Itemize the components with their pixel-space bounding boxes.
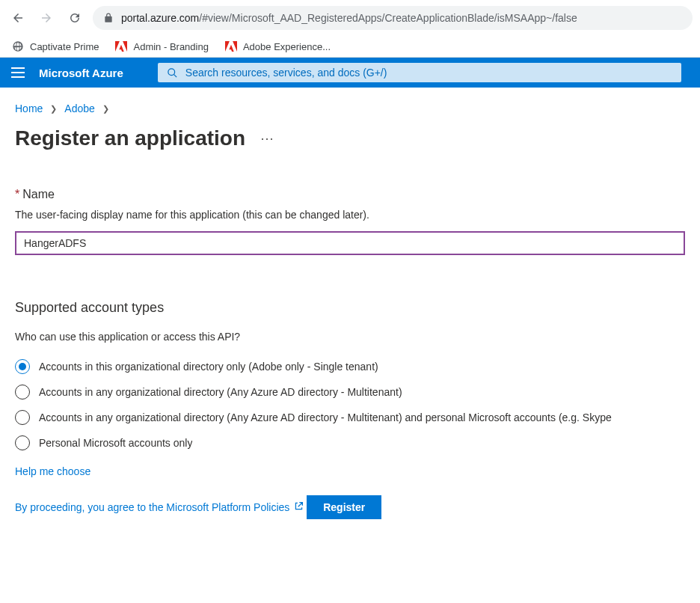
azure-header: Microsoft Azure	[0, 58, 700, 88]
name-label: *Name	[15, 188, 685, 201]
globe-icon	[12, 40, 24, 52]
breadcrumb-adobe[interactable]: Adobe	[64, 102, 94, 114]
bookmarks-bar: Captivate Prime Admin - Branding Adobe E…	[0, 36, 700, 58]
search-input[interactable]	[185, 67, 672, 79]
bookmark-label: Adobe Experience...	[243, 41, 331, 52]
bookmark-captivate[interactable]: Captivate Prime	[12, 40, 99, 52]
page-title: Register an application	[15, 126, 245, 150]
main-content: Home ❯ Adobe ❯ Register an application ⋯…	[0, 88, 700, 551]
adobe-icon	[115, 41, 127, 52]
back-button[interactable]	[7, 7, 28, 28]
breadcrumb: Home ❯ Adobe ❯	[15, 102, 685, 114]
radio-multitenant[interactable]: Accounts in any organizational directory…	[15, 385, 685, 400]
name-input[interactable]	[15, 231, 685, 255]
platform-policies-link[interactable]: By proceeding, you agree to the Microsof…	[15, 501, 304, 513]
svg-line-4	[174, 74, 176, 77]
radio-label: Accounts in any organizational directory…	[39, 411, 612, 423]
radio-indicator	[15, 435, 30, 450]
chevron-right-icon: ❯	[50, 104, 57, 114]
address-bar[interactable]: portal.azure.com/#view/Microsoft_AAD_Reg…	[93, 6, 693, 30]
menu-button[interactable]	[9, 64, 27, 82]
reload-button[interactable]	[64, 7, 85, 28]
hamburger-icon	[11, 67, 25, 78]
radio-indicator	[15, 359, 30, 374]
account-type-radio-group: Accounts in this organizational director…	[15, 359, 685, 450]
lock-icon	[103, 13, 114, 23]
register-button[interactable]: Register	[307, 495, 381, 519]
svg-rect-2	[11, 76, 25, 78]
radio-indicator	[15, 410, 30, 425]
adobe-icon	[225, 41, 237, 52]
search-box[interactable]	[158, 63, 681, 82]
arrow-right-icon	[40, 11, 53, 25]
radio-label: Accounts in this organizational director…	[39, 361, 378, 373]
arrow-left-icon	[11, 11, 25, 25]
radio-single-tenant[interactable]: Accounts in this organizational director…	[15, 359, 685, 374]
radio-label: Personal Microsoft accounts only	[39, 437, 192, 449]
account-types-subheading: Who can use this application or access t…	[15, 331, 685, 343]
required-indicator: *	[15, 188, 19, 201]
more-button[interactable]: ⋯	[260, 130, 275, 147]
reload-icon	[68, 11, 82, 25]
radio-personal-only[interactable]: Personal Microsoft accounts only	[15, 435, 685, 450]
forward-button[interactable]	[36, 7, 57, 28]
help-me-choose-link[interactable]: Help me choose	[15, 465, 90, 477]
radio-indicator	[15, 385, 30, 400]
svg-rect-1	[11, 72, 25, 73]
bookmark-admin-branding[interactable]: Admin - Branding	[115, 41, 208, 52]
svg-point-3	[168, 68, 175, 75]
name-help-text: The user-facing display name for this ap…	[15, 209, 685, 221]
browser-nav-bar: portal.azure.com/#view/Microsoft_AAD_Reg…	[0, 0, 700, 36]
svg-rect-0	[11, 67, 25, 69]
radio-multitenant-personal[interactable]: Accounts in any organizational directory…	[15, 410, 685, 425]
bookmark-adobe-experience[interactable]: Adobe Experience...	[225, 41, 331, 52]
external-link-icon	[294, 501, 304, 513]
chevron-right-icon: ❯	[102, 104, 109, 114]
url-text: portal.azure.com/#view/Microsoft_AAD_Reg…	[121, 12, 577, 24]
bookmark-label: Admin - Branding	[133, 41, 208, 52]
account-types-heading: Supported account types	[15, 300, 685, 316]
azure-brand[interactable]: Microsoft Azure	[39, 67, 123, 79]
bookmark-label: Captivate Prime	[30, 41, 99, 52]
search-icon	[167, 67, 178, 79]
radio-label: Accounts in any organizational directory…	[39, 386, 402, 398]
breadcrumb-home[interactable]: Home	[15, 102, 43, 114]
